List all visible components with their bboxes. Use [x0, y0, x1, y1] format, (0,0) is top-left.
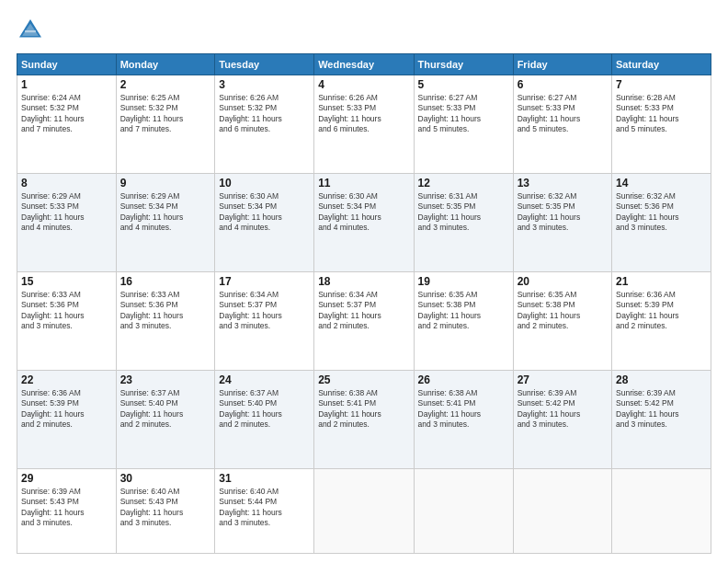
day-info: Sunrise: 6:39 AM Sunset: 5:43 PM Dayligh…	[21, 487, 112, 529]
calendar-cell: 8Sunrise: 6:29 AM Sunset: 5:33 PM Daylig…	[17, 173, 117, 271]
day-info: Sunrise: 6:33 AM Sunset: 5:36 PM Dayligh…	[120, 290, 211, 332]
calendar-cell: 12Sunrise: 6:31 AM Sunset: 5:35 PM Dayli…	[414, 173, 513, 271]
day-of-week-header: Friday	[513, 54, 611, 75]
calendar-cell: 22Sunrise: 6:36 AM Sunset: 5:39 PM Dayli…	[17, 370, 117, 468]
day-info: Sunrise: 6:25 AM Sunset: 5:32 PM Dayligh…	[120, 93, 211, 135]
day-number: 15	[21, 275, 112, 288]
calendar-cell: 29Sunrise: 6:39 AM Sunset: 5:43 PM Dayli…	[17, 468, 117, 553]
calendar-cell: 14Sunrise: 6:32 AM Sunset: 5:36 PM Dayli…	[612, 173, 711, 271]
header	[17, 17, 711, 44]
day-number: 5	[418, 78, 509, 91]
day-of-week-header: Wednesday	[314, 54, 414, 75]
logo	[17, 17, 46, 44]
calendar-cell	[414, 468, 513, 553]
day-of-week-header: Thursday	[414, 54, 513, 75]
calendar-cell: 3Sunrise: 6:26 AM Sunset: 5:32 PM Daylig…	[215, 75, 314, 174]
calendar-table: SundayMondayTuesdayWednesdayThursdayFrid…	[17, 53, 711, 554]
day-number: 31	[219, 472, 310, 485]
calendar-cell: 7Sunrise: 6:28 AM Sunset: 5:33 PM Daylig…	[612, 75, 711, 174]
day-info: Sunrise: 6:26 AM Sunset: 5:32 PM Dayligh…	[219, 93, 310, 135]
day-info: Sunrise: 6:29 AM Sunset: 5:33 PM Dayligh…	[21, 191, 112, 234]
day-number: 26	[418, 373, 509, 386]
calendar-cell	[513, 468, 611, 553]
calendar-cell	[612, 468, 711, 553]
day-info: Sunrise: 6:27 AM Sunset: 5:33 PM Dayligh…	[518, 93, 608, 135]
day-info: Sunrise: 6:36 AM Sunset: 5:39 PM Dayligh…	[21, 388, 112, 431]
day-number: 2	[120, 78, 211, 91]
day-number: 29	[21, 472, 112, 485]
calendar-cell	[314, 468, 414, 553]
calendar-cell: 26Sunrise: 6:38 AM Sunset: 5:41 PM Dayli…	[414, 370, 513, 468]
day-of-week-header: Saturday	[612, 54, 711, 75]
calendar-cell: 11Sunrise: 6:30 AM Sunset: 5:34 PM Dayli…	[314, 173, 414, 271]
day-info: Sunrise: 6:32 AM Sunset: 5:36 PM Dayligh…	[616, 191, 707, 234]
calendar-cell: 5Sunrise: 6:27 AM Sunset: 5:33 PM Daylig…	[414, 75, 513, 174]
day-info: Sunrise: 6:40 AM Sunset: 5:43 PM Dayligh…	[120, 487, 211, 529]
day-info: Sunrise: 6:26 AM Sunset: 5:33 PM Dayligh…	[318, 93, 409, 135]
day-number: 14	[616, 177, 707, 190]
calendar-cell: 13Sunrise: 6:32 AM Sunset: 5:35 PM Dayli…	[513, 173, 611, 271]
calendar-cell: 28Sunrise: 6:39 AM Sunset: 5:42 PM Dayli…	[612, 370, 711, 468]
day-of-week-header: Tuesday	[215, 54, 314, 75]
day-info: Sunrise: 6:40 AM Sunset: 5:44 PM Dayligh…	[219, 487, 310, 529]
day-info: Sunrise: 6:37 AM Sunset: 5:40 PM Dayligh…	[120, 388, 211, 431]
day-info: Sunrise: 6:30 AM Sunset: 5:34 PM Dayligh…	[318, 191, 409, 234]
calendar-cell: 21Sunrise: 6:36 AM Sunset: 5:39 PM Dayli…	[612, 271, 711, 370]
day-number: 12	[418, 177, 509, 190]
day-number: 7	[616, 78, 707, 91]
calendar-cell: 19Sunrise: 6:35 AM Sunset: 5:38 PM Dayli…	[414, 271, 513, 370]
calendar-cell: 6Sunrise: 6:27 AM Sunset: 5:33 PM Daylig…	[513, 75, 611, 174]
calendar-cell: 15Sunrise: 6:33 AM Sunset: 5:36 PM Dayli…	[17, 271, 117, 370]
day-number: 19	[418, 275, 509, 288]
day-number: 17	[219, 275, 310, 288]
day-number: 28	[616, 373, 707, 386]
day-number: 20	[518, 275, 608, 288]
day-number: 16	[120, 275, 211, 288]
day-info: Sunrise: 6:39 AM Sunset: 5:42 PM Dayligh…	[616, 388, 707, 431]
calendar-cell: 31Sunrise: 6:40 AM Sunset: 5:44 PM Dayli…	[215, 468, 314, 553]
calendar-header-row: SundayMondayTuesdayWednesdayThursdayFrid…	[17, 54, 711, 75]
calendar-cell: 24Sunrise: 6:37 AM Sunset: 5:40 PM Dayli…	[215, 370, 314, 468]
day-number: 1	[21, 78, 112, 91]
day-info: Sunrise: 6:36 AM Sunset: 5:39 PM Dayligh…	[616, 290, 707, 332]
day-number: 3	[219, 78, 310, 91]
day-number: 10	[219, 177, 310, 190]
day-info: Sunrise: 6:31 AM Sunset: 5:35 PM Dayligh…	[418, 191, 509, 234]
day-number: 13	[518, 177, 608, 190]
calendar-cell: 10Sunrise: 6:30 AM Sunset: 5:34 PM Dayli…	[215, 173, 314, 271]
calendar-cell: 4Sunrise: 6:26 AM Sunset: 5:33 PM Daylig…	[314, 75, 414, 174]
day-number: 9	[120, 177, 211, 190]
day-info: Sunrise: 6:38 AM Sunset: 5:41 PM Dayligh…	[318, 388, 409, 431]
calendar-cell: 9Sunrise: 6:29 AM Sunset: 5:34 PM Daylig…	[116, 173, 215, 271]
day-number: 30	[120, 472, 211, 485]
day-number: 25	[318, 373, 409, 386]
calendar-cell: 27Sunrise: 6:39 AM Sunset: 5:42 PM Dayli…	[513, 370, 611, 468]
page: SundayMondayTuesdayWednesdayThursdayFrid…	[0, 0, 728, 563]
day-info: Sunrise: 6:33 AM Sunset: 5:36 PM Dayligh…	[21, 290, 112, 332]
calendar-cell: 18Sunrise: 6:34 AM Sunset: 5:37 PM Dayli…	[314, 271, 414, 370]
day-number: 23	[120, 373, 211, 386]
svg-rect-2	[25, 30, 36, 32]
day-number: 4	[318, 78, 409, 91]
day-info: Sunrise: 6:38 AM Sunset: 5:41 PM Dayligh…	[418, 388, 509, 431]
day-number: 18	[318, 275, 409, 288]
calendar-cell: 20Sunrise: 6:35 AM Sunset: 5:38 PM Dayli…	[513, 271, 611, 370]
day-info: Sunrise: 6:39 AM Sunset: 5:42 PM Dayligh…	[518, 388, 608, 431]
day-number: 27	[518, 373, 608, 386]
calendar-cell: 1Sunrise: 6:24 AM Sunset: 5:32 PM Daylig…	[17, 75, 117, 174]
calendar-cell: 2Sunrise: 6:25 AM Sunset: 5:32 PM Daylig…	[116, 75, 215, 174]
day-info: Sunrise: 6:28 AM Sunset: 5:33 PM Dayligh…	[616, 93, 707, 135]
day-info: Sunrise: 6:34 AM Sunset: 5:37 PM Dayligh…	[219, 290, 310, 332]
calendar-cell: 30Sunrise: 6:40 AM Sunset: 5:43 PM Dayli…	[116, 468, 215, 553]
calendar-cell: 23Sunrise: 6:37 AM Sunset: 5:40 PM Dayli…	[116, 370, 215, 468]
day-info: Sunrise: 6:24 AM Sunset: 5:32 PM Dayligh…	[21, 93, 112, 135]
calendar-cell: 16Sunrise: 6:33 AM Sunset: 5:36 PM Dayli…	[116, 271, 215, 370]
day-info: Sunrise: 6:34 AM Sunset: 5:37 PM Dayligh…	[318, 290, 409, 332]
day-info: Sunrise: 6:29 AM Sunset: 5:34 PM Dayligh…	[120, 191, 211, 234]
calendar-cell: 17Sunrise: 6:34 AM Sunset: 5:37 PM Dayli…	[215, 271, 314, 370]
day-info: Sunrise: 6:30 AM Sunset: 5:34 PM Dayligh…	[219, 191, 310, 234]
day-info: Sunrise: 6:37 AM Sunset: 5:40 PM Dayligh…	[219, 388, 310, 431]
day-info: Sunrise: 6:35 AM Sunset: 5:38 PM Dayligh…	[418, 290, 509, 332]
day-info: Sunrise: 6:35 AM Sunset: 5:38 PM Dayligh…	[518, 290, 608, 332]
day-number: 6	[518, 78, 608, 91]
